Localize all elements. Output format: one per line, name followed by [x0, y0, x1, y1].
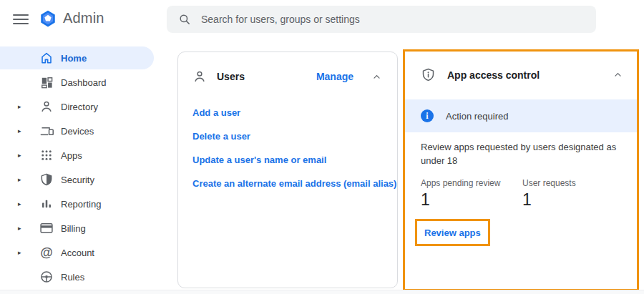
expand-arrow-icon[interactable]: ▸ — [18, 127, 21, 134]
expand-arrow-icon[interactable]: ▸ — [18, 249, 21, 256]
sidebar-item-label: Security — [61, 175, 94, 185]
users-quick-links: Add a user Delete a user Update a user's… — [178, 107, 397, 201]
page-bottom-divider — [0, 290, 644, 294]
bar-chart-icon — [39, 196, 54, 212]
collapse-chevron-icon[interactable] — [372, 72, 381, 82]
app-access-control-card: App access control i Action required Rev… — [405, 52, 637, 246]
info-icon: i — [421, 109, 434, 122]
sidebar-item-devices[interactable]: ▸ Devices — [0, 119, 166, 143]
app-access-card-header: App access control — [405, 52, 637, 82]
sidebar: Home Dashboard ▸ Directory ▸ — [0, 46, 166, 289]
banner-text: Action required — [446, 111, 508, 122]
annotation-highlight-box: App access control i Action required Rev… — [403, 49, 639, 291]
sidebar-item-label: Directory — [61, 102, 98, 112]
stats-row: Apps pending review 1 User requests 1 — [421, 178, 637, 210]
search-bar[interactable] — [167, 6, 596, 33]
top-bar: Admin — [0, 0, 644, 40]
sidebar-item-rules[interactable]: Rules — [0, 265, 166, 289]
shield-icon — [39, 172, 54, 187]
sidebar-item-label: Apps — [61, 150, 82, 161]
stat-apps-pending: Apps pending review 1 — [421, 178, 522, 210]
dashboard-icon — [39, 74, 54, 90]
add-user-link[interactable]: Add a user — [192, 107, 397, 119]
sidebar-item-label: Account — [61, 248, 94, 258]
expand-arrow-icon[interactable]: ▸ — [18, 176, 21, 183]
search-input[interactable] — [201, 14, 573, 25]
sidebar-item-label: Rules — [61, 272, 84, 283]
credit-card-icon — [39, 220, 54, 236]
sidebar-item-account[interactable]: ▸ @ Account — [0, 240, 166, 265]
annotation-highlight-box-small: Review apps — [415, 219, 490, 246]
delete-user-link[interactable]: Delete a user — [192, 130, 397, 143]
sidebar-item-home[interactable]: Home — [0, 46, 166, 70]
app-access-description: Review apps requested by users designate… — [421, 140, 620, 167]
create-alias-link[interactable]: Create an alternate email address (email… — [192, 177, 397, 190]
update-user-link[interactable]: Update a user's name or email — [192, 154, 397, 167]
steering-wheel-icon — [39, 269, 54, 285]
action-required-banner: i Action required — [405, 99, 637, 132]
expand-arrow-icon[interactable]: ▸ — [18, 225, 21, 232]
stat-value: 1 — [522, 190, 624, 210]
sidebar-item-security[interactable]: ▸ Security — [0, 167, 166, 192]
expand-arrow-icon[interactable]: ▸ — [18, 152, 21, 159]
review-apps-link[interactable]: Review apps — [424, 227, 481, 238]
expand-arrow-icon[interactable]: ▸ — [18, 103, 21, 110]
app-title: Admin — [63, 10, 104, 26]
sidebar-item-apps[interactable]: ▸ Apps — [0, 143, 166, 167]
home-icon — [39, 50, 54, 66]
person-icon — [39, 99, 54, 114]
apps-grid-icon — [39, 147, 54, 163]
app-access-card-title: App access control — [447, 69, 540, 81]
stat-label: Apps pending review — [421, 178, 522, 188]
sidebar-item-label: Dashboard — [61, 77, 107, 88]
collapse-chevron-icon[interactable] — [613, 70, 623, 79]
menu-icon[interactable] — [13, 11, 29, 27]
sidebar-item-dashboard[interactable]: Dashboard — [0, 70, 166, 94]
users-card-title: Users — [217, 71, 245, 82]
stat-value: 1 — [421, 190, 522, 210]
shield-info-icon — [421, 67, 436, 82]
sidebar-item-label: Devices — [61, 126, 94, 137]
sidebar-item-billing[interactable]: ▸ Billing — [0, 216, 166, 240]
sidebar-item-label: Billing — [61, 223, 86, 234]
sidebar-item-label: Home — [61, 53, 87, 64]
search-icon — [178, 13, 191, 26]
expand-arrow-icon[interactable]: ▸ — [18, 200, 21, 207]
person-icon — [192, 69, 207, 84]
stat-user-requests: User requests 1 — [522, 178, 624, 210]
stat-label: User requests — [522, 178, 624, 188]
at-sign-icon: @ — [39, 245, 54, 260]
sidebar-item-directory[interactable]: ▸ Directory — [0, 94, 166, 119]
manage-link[interactable]: Manage — [316, 71, 353, 82]
devices-icon — [39, 123, 54, 139]
admin-logo-icon — [39, 9, 57, 28]
users-card-header: Users Manage — [178, 52, 397, 84]
users-card: Users Manage Add a user Delete a user Up… — [177, 52, 398, 288]
sidebar-item-label: Reporting — [61, 199, 101, 210]
sidebar-item-reporting[interactable]: ▸ Reporting — [0, 192, 166, 216]
